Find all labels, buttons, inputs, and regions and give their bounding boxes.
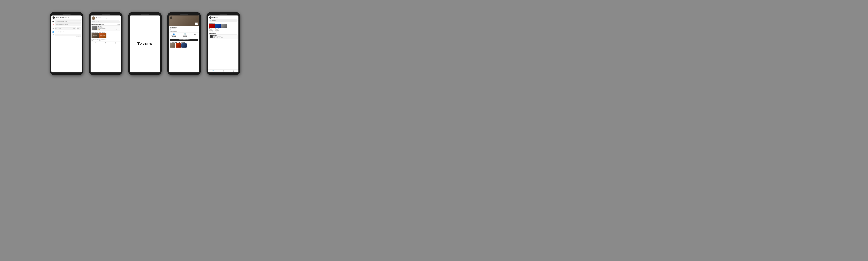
search-input-value[interactable]: Monopoly [212, 20, 216, 21]
players-icon: 👥 [52, 31, 54, 33]
more-games-img: › [221, 24, 227, 28]
page-title: MAKE NEW SESSION [56, 17, 69, 18]
make-session-header: ‹ MAKE NEW SESSION [52, 15, 82, 20]
game-card-pandemic[interactable]: PANDEMIC Pandemic Search Nearby Board Ga… [92, 33, 99, 41]
cafe-banner: ‹ 4.5 [169, 15, 199, 26]
calendar-icon: 📅 [52, 28, 54, 29]
games-row: PANDEMIC Pandemic Search Nearby Board Ga… [92, 33, 120, 41]
game-result-monopoly[interactable]: Monopoly 2-6 Players Easy Difficulty 30-… [209, 24, 215, 32]
avatar-image [92, 17, 95, 20]
cafe-back-button[interactable]: ‹ [170, 17, 172, 19]
search-back-button[interactable]: ‹ [209, 17, 212, 19]
stat-hours: 🕐 Opening Hours 10:00-22:00 [183, 33, 187, 37]
monopoly-deal-img [215, 24, 221, 28]
back-button[interactable]: ‹ [53, 17, 55, 19]
stat-games: 🎲 Average 130 [193, 34, 196, 36]
session-game-icon: 🎩 [210, 35, 213, 38]
collection-item-3 [181, 43, 187, 47]
session-info: Monopoly Looking for 2 more players! Kuu… [213, 35, 237, 38]
date-value[interactable]: 6th March 1 2023 [55, 28, 72, 30]
monopoly-rating: ★ 3.5 [209, 32, 215, 32]
searching-suffix: other players [61, 31, 65, 32]
location-row: 📍 Choose Location (ex: Kuup Café) [52, 24, 81, 26]
greeting-block: Hi, Arnold! Get ready to play board game… [96, 17, 106, 19]
phone-splash: TAVERN [128, 12, 162, 75]
search-input-bar[interactable]: 🔍 Monopoly [209, 19, 238, 22]
description-field[interactable]: Write Session Description [55, 34, 81, 36]
collection-preview [169, 43, 199, 47]
home-header: Hi, Arnold! Get ready to play board game… [91, 15, 121, 21]
view-maps-button[interactable]: View in Google Maps [170, 31, 177, 32]
cafe-reviews: 200 reviews [170, 29, 198, 30]
monopoly-deal-rating: ★ 3.5 [215, 32, 221, 32]
screen-cafe-detail: ‹ 4.5 KUUP CAFE Jalan Greenville no. 1 J… [169, 15, 199, 72]
searching-container: Searching for 3 other players [55, 31, 65, 33]
search-header: ‹ SEARCH [208, 15, 239, 19]
game-icon: ⬛ [52, 21, 54, 22]
ticket-thumbnail: TICKET TO RIDE [99, 33, 106, 38]
location-field[interactable]: Choose Location (ex: Kuup Café) [55, 24, 81, 26]
recommended-header: Recommended Board Games Show all [92, 32, 120, 33]
pandemic-subtitle: Search Nearby Board Game Style [92, 39, 99, 41]
search-bar[interactable]: 🔍 Search anything here! [92, 21, 120, 23]
cafe-card[interactable]: Kuup Cafe 130 game titles Greenville, Ja… [92, 25, 120, 31]
logo-rest: AVERN [140, 42, 153, 46]
cafe-stats: 👥 Maximum Capacity 200 people 🕐 Opening … [169, 32, 199, 38]
pandemic-thumbnail: PANDEMIC [92, 33, 99, 38]
date-row: 📅 Date 6th March 1 2023 Time 09:00 13:00 [52, 27, 81, 30]
recommended-title: Recommended Board Games [92, 32, 105, 33]
game-row: ⬛ Choose Game (ex: Monopoly) [52, 20, 81, 23]
search-nav-profile-icon[interactable]: ◉ [233, 70, 234, 72]
board-games-scroll: Monopoly 2-6 Players Easy Difficulty 30-… [208, 24, 239, 33]
game-card-ticket[interactable]: TICKET TO RIDE Ticket to Ride Search Nea… [99, 33, 106, 41]
location-icon: 📍 [52, 24, 54, 26]
game-field[interactable]: Choose Game (ex: Monopoly) [55, 20, 81, 23]
collection-item-1 [170, 43, 175, 47]
game-result-monopoly-deal[interactable]: Monopoly Deal 2-5 Players Easy Difficult… [215, 24, 221, 32]
cafe-rating: ★ 4.5 [98, 29, 115, 30]
screen-search: ‹ SEARCH 🔍 Monopoly Board Games Monopoly… [208, 15, 239, 72]
cafe-info-block: KUUP CAFE Jalan Greenville no. 1 Jakarta… [169, 26, 199, 32]
session-datetime: 6th March, 2023 - 10:00 - 13:00 [213, 37, 237, 38]
user-avatar [92, 17, 95, 20]
screen-home: Hi, Arnold! Get ready to play board game… [91, 15, 121, 72]
screen-splash: TAVERN [130, 15, 160, 72]
collection-item-2 [176, 43, 181, 47]
search-nav-search-icon[interactable]: 🔍 [213, 70, 214, 72]
phone-search: ‹ SEARCH 🔍 Monopoly Board Games Monopoly… [207, 12, 240, 75]
capacity-icon: 👥 [173, 33, 175, 35]
cafe-thumbnail [92, 26, 97, 30]
search-bar-icon: 🔍 [210, 20, 212, 21]
stat-divider-2 [190, 33, 190, 37]
hours-label: Opening Hours [183, 35, 187, 36]
phone-make-session: ‹ MAKE NEW SESSION ⬛ Choose Game (ex: Mo… [50, 12, 83, 75]
game-result-more[interactable]: › [221, 24, 227, 32]
cta-button[interactable]: >100 game sessions daily! [170, 39, 198, 41]
greeting-subtitle: Get ready to play board games! [96, 18, 106, 19]
description-icon: ⊘ [52, 34, 54, 36]
recommended-show-all[interactable]: Show all [118, 32, 120, 32]
nav-add-icon[interactable]: ⊕ [105, 42, 106, 44]
logo-t: T [137, 41, 140, 46]
rating-value: 4.5 [99, 29, 100, 30]
capacity-label: Maximum Capacity [172, 35, 177, 36]
search-page-title: SEARCH [212, 17, 218, 18]
nearby-section: Nearby Board Game Cafes Show all Kuup Ca… [91, 24, 121, 31]
searching-row: 👥 Searching for 3 other players [52, 31, 81, 33]
phone-cafe-detail: ‹ 4.5 KUUP CAFE Jalan Greenville no. 1 J… [167, 12, 201, 75]
nav-profile-icon[interactable]: ◉ [115, 42, 117, 44]
search-nav-add-icon[interactable]: ⊕ [223, 70, 224, 72]
time-from[interactable]: 09:00 [72, 28, 76, 30]
time-to[interactable]: 13:00 [76, 28, 81, 30]
games-icon: 🎲 [194, 34, 196, 36]
phone-home: Hi, Arnold! Get ready to play board game… [89, 12, 122, 75]
session-card[interactable]: 🎩 Monopoly Looking for 2 more players! K… [209, 34, 238, 39]
cafe-distance: 3.5 km away [116, 29, 119, 30]
desc-hint: (max. 500 words) [55, 36, 81, 37]
nearby-show-all[interactable]: Show all [118, 24, 120, 25]
player-count-badge[interactable]: 3 [60, 31, 61, 32]
nav-home-icon[interactable]: ⌂ [95, 42, 96, 44]
star-icon: ★ [98, 29, 99, 30]
session-form: ⬛ Choose Game (ex: Monopoly) 📍 Choose Lo… [52, 20, 82, 72]
board-games-title: Board Games [208, 23, 239, 24]
